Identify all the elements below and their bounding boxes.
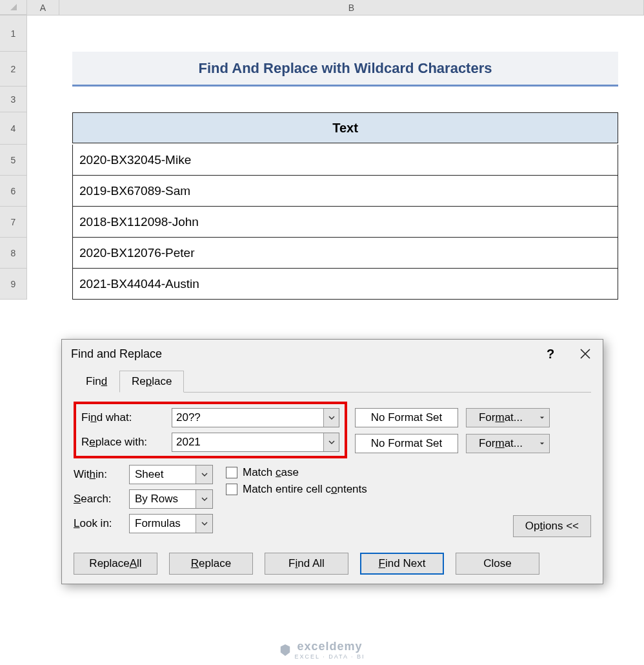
lookin-combo[interactable]: Formulas bbox=[129, 514, 213, 533]
column-header-B[interactable]: B bbox=[59, 0, 644, 15]
cell-B3[interactable] bbox=[59, 87, 644, 112]
table-row[interactable]: 2020-BX32045-Mike bbox=[72, 145, 618, 176]
select-all-corner[interactable] bbox=[0, 0, 27, 15]
cell-B1[interactable] bbox=[59, 15, 644, 52]
table-header: Text bbox=[72, 112, 618, 143]
replace-with-input[interactable] bbox=[172, 433, 323, 451]
chevron-down-icon[interactable] bbox=[535, 435, 549, 453]
match-entire-checkbox[interactable] bbox=[226, 484, 237, 495]
cell-A3[interactable] bbox=[27, 87, 59, 112]
match-case-checkbox[interactable] bbox=[226, 467, 237, 478]
row-header-7[interactable]: 7 bbox=[0, 207, 27, 238]
row-header-2[interactable]: 2 bbox=[0, 52, 27, 87]
find-what-label: Find what: bbox=[81, 411, 165, 424]
column-header-row: A B bbox=[0, 0, 644, 15]
dialog-title: Find and Replace bbox=[71, 347, 533, 361]
dialog-titlebar[interactable]: Find and Replace ? bbox=[62, 340, 603, 368]
chevron-down-icon[interactable] bbox=[196, 490, 212, 508]
find-all-button[interactable]: Find All bbox=[265, 553, 348, 575]
cell-B5[interactable]: 2020-BX32045-Mike bbox=[59, 145, 644, 176]
replace-with-combo[interactable] bbox=[172, 433, 339, 452]
table-row[interactable]: 2020-BX12076-Peter bbox=[72, 238, 618, 269]
find-next-button[interactable]: Find Next bbox=[360, 553, 444, 575]
table-row[interactable]: 2021-BX44044-Austin bbox=[72, 269, 618, 300]
search-label: Search: bbox=[74, 493, 123, 506]
row-header-5[interactable]: 5 bbox=[0, 145, 27, 176]
watermark: exceldemy EXCEL · DATA · BI bbox=[0, 640, 644, 660]
find-what-input[interactable] bbox=[172, 409, 323, 427]
dialog-tabs: Find Replace bbox=[74, 371, 591, 393]
cell-A9[interactable] bbox=[27, 269, 59, 300]
replace-button[interactable]: Replace bbox=[169, 553, 253, 575]
cell-A2[interactable] bbox=[27, 52, 59, 87]
cell-B8[interactable]: 2020-BX12076-Peter bbox=[59, 238, 644, 269]
cell-A1[interactable] bbox=[27, 15, 59, 52]
column-header-A[interactable]: A bbox=[27, 0, 59, 15]
cell-A7[interactable] bbox=[27, 207, 59, 238]
lookin-label: Look in: bbox=[74, 517, 123, 530]
cell-A8[interactable] bbox=[27, 238, 59, 269]
cell-A4[interactable] bbox=[27, 112, 59, 145]
spreadsheet: A B 1 2 Find And Replace with Wildcard C… bbox=[0, 0, 644, 300]
tab-find[interactable]: Find bbox=[74, 371, 119, 393]
find-format-preview: No Format Set bbox=[355, 408, 458, 427]
cell-B4[interactable]: Text bbox=[59, 112, 644, 145]
row-header-3[interactable]: 3 bbox=[0, 87, 27, 112]
row-header-6[interactable]: 6 bbox=[0, 176, 27, 207]
row-header-8[interactable]: 8 bbox=[0, 238, 27, 269]
cell-B6[interactable]: 2019-BX67089-Sam bbox=[59, 176, 644, 207]
cell-A5[interactable] bbox=[27, 145, 59, 176]
tab-replace[interactable]: Replace bbox=[119, 371, 184, 393]
page-title: Find And Replace with Wildcard Character… bbox=[199, 60, 492, 77]
cell-B2[interactable]: Find And Replace with Wildcard Character… bbox=[59, 52, 644, 87]
within-label: Within: bbox=[74, 468, 123, 481]
chevron-down-icon[interactable] bbox=[196, 515, 212, 533]
replace-format-button[interactable]: Format... bbox=[466, 434, 550, 453]
find-format-button[interactable]: Format... bbox=[466, 408, 550, 427]
table-row[interactable]: 2019-BX67089-Sam bbox=[72, 176, 618, 207]
cell-B9[interactable]: 2021-BX44044-Austin bbox=[59, 269, 644, 300]
table-row[interactable]: 2018-BX112098-John bbox=[72, 207, 618, 238]
options-button[interactable]: Options << bbox=[513, 515, 591, 537]
row-header-9[interactable]: 9 bbox=[0, 269, 27, 300]
chevron-down-icon[interactable] bbox=[196, 466, 212, 484]
cell-A6[interactable] bbox=[27, 176, 59, 207]
chevron-down-icon[interactable] bbox=[323, 409, 339, 427]
replace-with-label: Replace with: bbox=[81, 436, 165, 449]
search-combo[interactable]: By Rows bbox=[129, 489, 213, 509]
match-case-label: Match case bbox=[243, 466, 299, 479]
within-combo[interactable]: Sheet bbox=[129, 465, 213, 484]
chevron-down-icon[interactable] bbox=[323, 433, 339, 451]
help-button[interactable]: ? bbox=[533, 340, 568, 368]
find-what-combo[interactable] bbox=[172, 408, 339, 427]
highlight-box: Find what: Replace with: bbox=[74, 402, 347, 458]
match-entire-label: Match entire cell contents bbox=[243, 483, 367, 496]
title-cell: Find And Replace with Wildcard Character… bbox=[72, 52, 618, 87]
row-header-1[interactable]: 1 bbox=[0, 15, 27, 52]
row-header-4[interactable]: 4 bbox=[0, 112, 27, 145]
replace-all-button[interactable]: Replace All bbox=[74, 553, 157, 575]
close-icon[interactable] bbox=[568, 340, 603, 368]
logo-icon bbox=[279, 644, 291, 656]
chevron-down-icon[interactable] bbox=[535, 409, 549, 427]
cell-B7[interactable]: 2018-BX112098-John bbox=[59, 207, 644, 238]
close-button[interactable]: Close bbox=[456, 553, 539, 575]
find-replace-dialog: Find and Replace ? Find Replace Find wha… bbox=[61, 339, 603, 584]
replace-format-preview: No Format Set bbox=[355, 434, 458, 453]
